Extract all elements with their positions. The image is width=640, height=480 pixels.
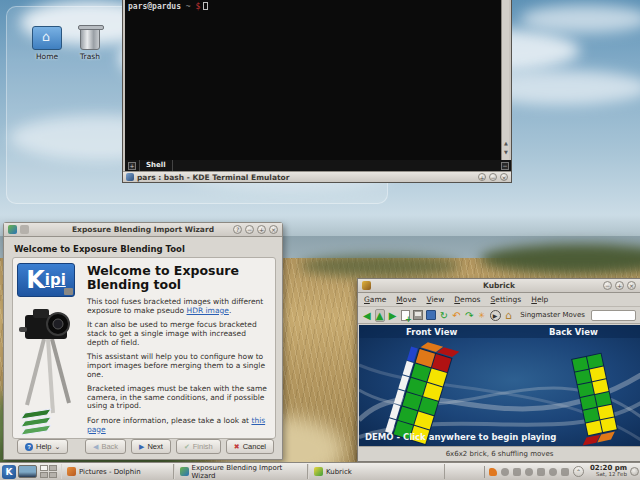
new-tab-button[interactable]: + <box>128 162 136 170</box>
exposure-blending-wizard-window: Exposure Blending Import Wizard ? − + × … <box>3 222 283 460</box>
next-move-icon[interactable]: ▶ <box>388 309 398 322</box>
terminal-prompt-user: pars@pardus <box>128 2 181 11</box>
terminal-window: pars@pardus ~ $ ▲ ▼ + Shell − pars : bas… <box>122 0 512 183</box>
klipper-icon[interactable] <box>489 468 497 476</box>
singmaster-input[interactable] <box>591 310 636 321</box>
minimize-button[interactable]: + <box>478 173 486 181</box>
task-kubrick[interactable]: Kubrick <box>308 464 445 479</box>
scroll-down-icon[interactable]: ▼ <box>502 149 510 155</box>
battery-icon[interactable] <box>561 468 569 476</box>
paragraph-5: For more information, please take a look… <box>87 417 267 435</box>
kubrick-app-icon <box>362 281 371 290</box>
close-button[interactable]: × <box>627 281 636 290</box>
undo-icon[interactable]: ↶ <box>452 309 462 322</box>
panel-toolbox-icon[interactable] <box>630 467 639 476</box>
wizard-titlebar[interactable]: Exposure Blending Import Wizard ? − + × <box>4 223 282 237</box>
show-desktop-button[interactable] <box>18 465 37 478</box>
terminal-scrollbar[interactable]: ▲ ▼ <box>501 0 509 160</box>
system-tray: ⌃ <box>481 466 587 478</box>
kipi-camera-badge <box>64 288 73 295</box>
cancel-x-icon: ✖ <box>234 443 240 451</box>
prev-move-icon[interactable]: ◀ <box>362 309 372 322</box>
back-button[interactable]: ◀Back <box>85 439 126 454</box>
desktop: Home Trash pars@pardus ~ $ ▲ ▼ + Shell −… <box>0 0 640 480</box>
next-button[interactable]: ▶Next <box>131 439 171 454</box>
maximize-button[interactable]: − <box>489 173 497 181</box>
kubrick-scene[interactable]: Front View Back View <box>359 325 640 448</box>
clock-date: Sat, 12 Feb <box>590 472 627 478</box>
demo-play-icon[interactable]: ▶ <box>490 309 501 322</box>
minimize-button[interactable]: − <box>603 281 612 290</box>
task-dolphin[interactable]: Pictures - Dolphin <box>61 464 174 479</box>
up-move-icon[interactable]: ▲ <box>375 309 385 322</box>
kde-panel: K Pictures - Dolphin Exposure Blending I… <box>0 462 640 480</box>
hdr-image-link[interactable]: HDR image <box>187 306 229 315</box>
reload-icon[interactable]: ↻ <box>439 309 449 322</box>
new-game-icon[interactable] <box>400 309 410 322</box>
close-button[interactable]: × <box>500 173 508 181</box>
network-icon[interactable] <box>549 468 557 476</box>
terminal-screen[interactable]: pars@pardus ~ $ <box>125 0 503 160</box>
paragraph-2: It can also be used to merge focus brack… <box>87 321 267 347</box>
close-tab-button[interactable]: − <box>501 162 509 170</box>
terminal-titlebar[interactable]: pars : bash - KDE Terminal Emulator + − … <box>123 171 511 182</box>
menu-settings[interactable]: Settings <box>491 295 522 304</box>
help-button[interactable]: ? <box>233 225 242 234</box>
back-arrow-icon: ◀ <box>93 443 98 451</box>
konsole-icon <box>126 173 134 181</box>
home-icon[interactable]: ⌂ <box>504 309 514 322</box>
window-menu-icon[interactable] <box>20 225 29 234</box>
trash-icon <box>75 26 105 50</box>
finish-button[interactable]: ✔Finish <box>176 439 221 454</box>
paragraph-4: Bracketed images must be taken with the … <box>87 385 267 411</box>
back-view-label: Back View <box>549 327 598 337</box>
desktop-icon-label: Trash <box>64 52 116 61</box>
terminal-cursor <box>203 2 208 10</box>
kubrick-window: Kubrick − + × Game Move View Demos Setti… <box>357 278 640 462</box>
redo-icon[interactable]: ↷ <box>464 309 474 322</box>
cancel-button[interactable]: ✖Cancel <box>226 439 274 454</box>
device-notifier-icon[interactable] <box>537 468 545 476</box>
dune-vegetation <box>300 255 460 277</box>
wizard-sidebar: Kipi <box>13 258 79 438</box>
kipi-logo-k: K <box>26 268 45 292</box>
wizard-button-row: ?Help⌄ ◀Back ▶Next ✔Finish ✖Cancel <box>4 439 282 454</box>
kubrick-menubar: Game Move View Demos Settings Help <box>358 293 640 307</box>
menu-move[interactable]: Move <box>396 295 416 304</box>
kubrick-icon <box>314 467 323 476</box>
wizard-heading: Welcome to Exposure Blending tool <box>87 264 267 292</box>
digital-clock[interactable]: 02:20 pm Sat, 12 Feb <box>587 465 630 478</box>
panel-separator <box>484 466 485 478</box>
help-button[interactable]: ?Help⌄ <box>17 439 68 454</box>
solve-icon[interactable]: ✳ <box>477 309 487 322</box>
desktop-pager[interactable] <box>40 465 57 478</box>
k-menu-button[interactable]: K <box>2 465 16 479</box>
scroll-up-icon[interactable]: ▲ <box>502 140 510 146</box>
home-folder-icon <box>32 26 62 50</box>
kubrick-title: Kubrick <box>358 281 640 290</box>
save-game-icon[interactable] <box>413 309 423 322</box>
bluetooth-icon[interactable] <box>501 468 509 476</box>
task-exposure-wizard[interactable]: Exposure Blending Import Wizard <box>174 464 308 479</box>
terminal-tabbar: + Shell − <box>125 160 511 171</box>
menu-help[interactable]: Help <box>531 295 548 304</box>
paragraph-1: This tool fuses bracketed images with di… <box>87 298 267 316</box>
close-button[interactable]: × <box>269 225 278 234</box>
menu-view[interactable]: View <box>426 295 444 304</box>
minimize-button[interactable]: − <box>245 225 254 234</box>
menu-game[interactable]: Game <box>364 295 386 304</box>
kubrick-titlebar[interactable]: Kubrick − + × <box>358 279 640 293</box>
expand-tray-button[interactable]: ⌃ <box>573 466 584 477</box>
load-game-icon[interactable] <box>426 309 436 322</box>
notifications-icon[interactable] <box>525 468 533 476</box>
menu-demos[interactable]: Demos <box>454 295 480 304</box>
volume-icon[interactable] <box>513 468 521 476</box>
kubrick-statusbar: 6x6x2 brick, 6 shuffling moves <box>359 446 640 460</box>
dolphin-icon <box>67 467 76 476</box>
tab-shell[interactable]: Shell <box>139 160 173 171</box>
kipi-logo-text: ipi <box>45 271 66 289</box>
maximize-button[interactable]: + <box>257 225 266 234</box>
kipi-icon <box>180 467 189 476</box>
desktop-icon-trash[interactable]: Trash <box>64 26 116 61</box>
maximize-button[interactable]: + <box>615 281 624 290</box>
